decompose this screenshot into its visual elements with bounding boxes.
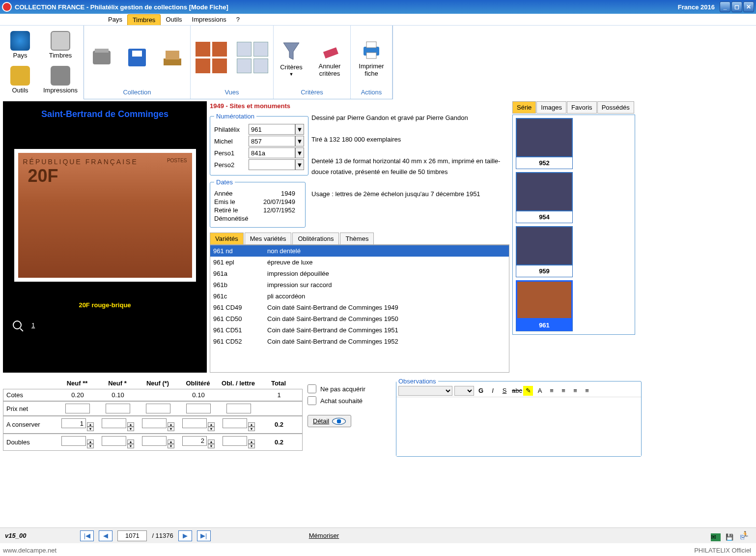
menu-impressions[interactable]: Impressions [187, 14, 231, 25]
prix-neufp[interactable] [146, 404, 170, 413]
obs-color[interactable]: A [535, 386, 545, 396]
rtab-possedes[interactable]: Possédés [597, 101, 634, 114]
cons-neuf2[interactable] [61, 418, 86, 428]
vue-grid-1[interactable] [196, 42, 210, 57]
variety-row[interactable]: 961 CD49Coin daté Saint-Bertrand de Comm… [210, 302, 509, 313]
rtab-images[interactable]: Images [536, 101, 566, 114]
exit-icon[interactable]: ⎘ [740, 533, 750, 541]
variety-list[interactable]: 961 ndnon dentelé961 eplépreuve de luxe9… [210, 245, 509, 373]
nav-prev[interactable]: ◀ [99, 530, 112, 541]
thumbnail[interactable]: 959 [516, 226, 573, 277]
imprimer-fiche-button[interactable]: Imprimer fiche [355, 36, 388, 79]
collection-drawer-button[interactable] [159, 44, 186, 71]
rtab-favoris[interactable]: Favoris [567, 101, 597, 114]
nav-first[interactable]: |◀ [80, 530, 94, 541]
dbl-neuf2[interactable] [61, 436, 86, 446]
ribbon-group-criteres: Critères▼ Annuler critères Critères [274, 26, 351, 99]
perso2-drop[interactable]: ▼ [295, 159, 304, 170]
michel-input[interactable] [249, 136, 295, 146]
dbl-neuf1[interactable] [102, 436, 126, 446]
stamp-image[interactable]: RÉPUBLIQUE FRANÇAISEPOSTES 20F [14, 149, 196, 282]
maximize-button[interactable]: ◻ [731, 1, 742, 12]
save-icon[interactable]: 💾 [726, 533, 735, 541]
quick-pays[interactable]: Pays [0, 28, 40, 62]
prix-neuf1[interactable] [106, 404, 130, 413]
perso1-drop[interactable]: ▼ [295, 147, 304, 158]
mail-icon[interactable]: ✉ [711, 533, 721, 541]
observations-textarea[interactable] [396, 397, 641, 456]
prix-neuf2[interactable] [65, 404, 90, 413]
cons-obll[interactable] [223, 418, 247, 428]
memoriser-link[interactable]: Mémoriser [309, 532, 339, 539]
thumbnail[interactable]: 952 [516, 118, 573, 169]
check-ne-pas-acquerir[interactable]: Ne pas acquérir [308, 384, 391, 393]
dbl-obll[interactable] [223, 436, 247, 446]
cons-neufp[interactable] [142, 418, 167, 428]
obs-size-select[interactable] [454, 386, 474, 396]
vue-grid-3[interactable] [196, 59, 210, 73]
quick-timbres[interactable]: Timbres [40, 28, 81, 62]
vue-list-2[interactable] [253, 42, 268, 57]
obs-strike[interactable]: abc [511, 386, 521, 396]
variety-row[interactable]: 961cpli accordéon [210, 291, 509, 302]
thumbnail[interactable]: 954 [516, 172, 573, 223]
collection-open-button[interactable] [88, 44, 115, 71]
prix-obl[interactable] [186, 404, 211, 413]
obs-italic[interactable]: I [488, 386, 498, 396]
obs-align-right[interactable]: ≡ [570, 386, 580, 396]
annuler-criteres-button[interactable]: Annuler critères [313, 36, 346, 79]
perso2-input[interactable] [249, 159, 295, 170]
tab-varietes[interactable]: Variétés [210, 233, 244, 244]
dbl-neufp[interactable] [142, 436, 167, 446]
michel-drop[interactable]: ▼ [295, 136, 304, 146]
obs-align-center[interactable]: ≡ [559, 386, 568, 396]
variety-row[interactable]: 961bimpression sur raccord [210, 279, 509, 291]
detail-button[interactable]: Détail [308, 415, 351, 427]
philatelix-input[interactable] [249, 124, 295, 135]
prix-obll[interactable] [226, 404, 251, 413]
check-achat-souhaite[interactable]: Achat souhaité [308, 396, 391, 405]
minimize-button[interactable]: _ [720, 1, 730, 12]
dbl-obl[interactable] [182, 436, 207, 446]
close-button[interactable]: ✕ [743, 1, 754, 12]
menu-timbres[interactable]: Timbres [127, 14, 161, 25]
rtab-serie[interactable]: Série [512, 101, 536, 114]
menu-outils[interactable]: Outils [161, 14, 187, 25]
vue-list-3[interactable] [237, 59, 252, 73]
vue-grid-2[interactable] [212, 42, 227, 57]
vue-list-1[interactable] [237, 42, 252, 57]
obs-underline[interactable]: S [500, 386, 509, 396]
quick-impressions[interactable]: Impressions [40, 62, 81, 97]
nav-next[interactable]: ▶ [178, 530, 192, 541]
obs-align-left[interactable]: ≡ [547, 386, 557, 396]
criteres-button[interactable]: Critères▼ [278, 37, 305, 79]
cons-neuf1[interactable] [102, 418, 126, 428]
nav-current-input[interactable] [117, 530, 147, 541]
vue-grid-4[interactable] [212, 59, 227, 73]
variety-row[interactable]: 961 CD51Coin daté Saint-Bertrand de Comm… [210, 324, 509, 336]
thumbnail[interactable]: 961 [516, 280, 573, 331]
menu-help[interactable]: ? [231, 14, 245, 25]
vue-list-4[interactable] [253, 59, 268, 73]
obs-highlight[interactable]: ✎ [523, 386, 533, 396]
variety-row[interactable]: 961 CD50Coin daté Saint-Bertrand de Comm… [210, 313, 509, 324]
tab-mes-varietes[interactable]: Mes variétés [245, 233, 292, 244]
variety-row[interactable]: 961 CD52Coin daté Saint-Bertrand de Comm… [210, 336, 509, 347]
tab-themes[interactable]: Thèmes [340, 233, 374, 244]
cons-neuf2-spin[interactable]: ▲▼ [87, 422, 94, 431]
philatelix-drop[interactable]: ▼ [295, 124, 304, 135]
obs-font-select[interactable] [398, 386, 452, 396]
obs-bold[interactable]: G [476, 386, 486, 396]
tab-obliterations[interactable]: Oblitérations [292, 233, 339, 244]
menu-pays[interactable]: Pays [103, 14, 127, 25]
cons-obl[interactable] [182, 418, 207, 428]
collection-save-button[interactable] [123, 44, 151, 71]
quick-outils[interactable]: Outils [0, 62, 40, 97]
obs-align-justify[interactable]: ≡ [582, 386, 592, 396]
nav-last[interactable]: ▶| [197, 530, 211, 541]
zoom-icon[interactable] [13, 321, 22, 329]
variety-row[interactable]: 961aimpression dépouillée [210, 268, 509, 279]
variety-row[interactable]: 961 eplépreuve de luxe [210, 257, 509, 268]
perso1-input[interactable] [249, 147, 295, 158]
variety-row[interactable]: 961 ndnon dentelé [210, 245, 509, 257]
